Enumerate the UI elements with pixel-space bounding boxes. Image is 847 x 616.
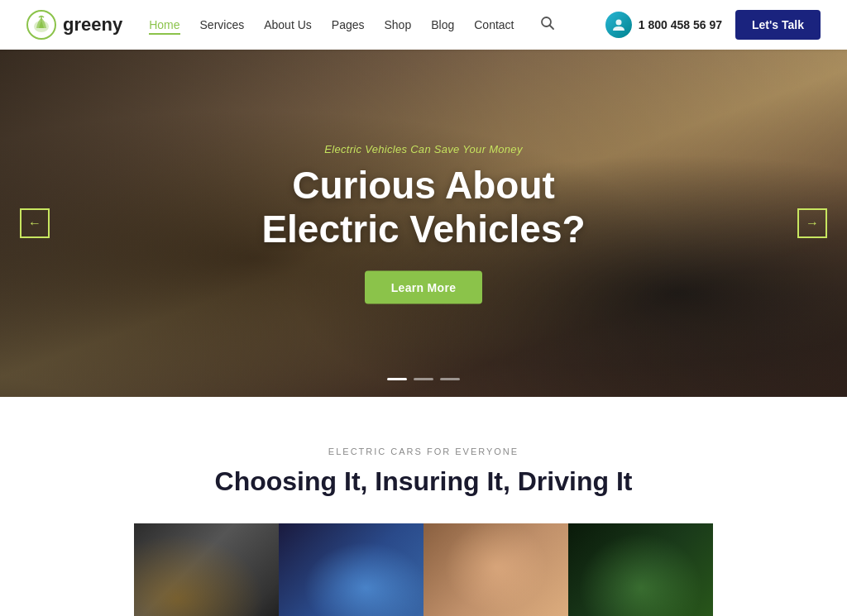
nav-item-home[interactable]: Home [149, 17, 179, 32]
hero-section: ← Electric Vehicles Can Save Your Money … [0, 50, 847, 397]
section-eyebrow: ELECTRIC CARS FOR EVERYONE [26, 446, 821, 456]
hero-eyebrow: Electric Vehicles Can Save Your Money [175, 143, 672, 155]
cards-row [26, 523, 821, 616]
hero-dot-3[interactable] [440, 378, 460, 380]
card-3[interactable] [424, 523, 568, 616]
lets-talk-button[interactable]: Let's Talk [735, 10, 821, 40]
nav-links: Home Services About Us Pages Shop Blog C… [149, 17, 514, 32]
navbar: greeny Home Services About Us Pages Shop… [0, 0, 847, 50]
nav-item-contact[interactable]: Contact [474, 17, 514, 32]
search-icon[interactable] [540, 16, 555, 34]
hero-dots [387, 378, 460, 380]
hero-learn-more-button[interactable]: Learn More [365, 270, 482, 303]
hero-dot-1[interactable] [387, 378, 407, 380]
cards-section: ELECTRIC CARS FOR EVERYONE Choosing It, … [0, 397, 847, 616]
hero-content: Electric Vehicles Can Save Your Money Cu… [175, 143, 672, 304]
section-title: Choosing It, Insuring It, Driving It [26, 466, 821, 497]
nav-item-pages[interactable]: Pages [332, 17, 365, 32]
card-4[interactable] [568, 523, 713, 616]
logo[interactable]: greeny [26, 10, 122, 40]
nav-item-blog[interactable]: Blog [431, 17, 454, 32]
navbar-right: 1 800 458 56 97 Let's Talk [605, 10, 821, 40]
card-3-image [424, 523, 568, 616]
nav-link-about[interactable]: About Us [264, 18, 312, 31]
nav-item-services[interactable]: Services [200, 17, 245, 32]
hero-dot-2[interactable] [414, 378, 433, 380]
hero-title: Curious AboutElectric Vehicles? [175, 164, 672, 251]
phone-number: 1 800 458 56 97 [639, 18, 722, 31]
nav-link-services[interactable]: Services [200, 18, 245, 31]
card-2[interactable] [279, 523, 424, 616]
svg-point-5 [615, 20, 621, 26]
logo-icon [26, 10, 56, 40]
card-1[interactable] [134, 523, 279, 616]
nav-link-shop[interactable]: Shop [385, 18, 412, 31]
nav-item-about[interactable]: About Us [264, 17, 312, 32]
card-1-image [134, 523, 279, 616]
navbar-left: greeny Home Services About Us Pages Shop… [26, 10, 555, 40]
nav-item-shop[interactable]: Shop [385, 17, 412, 32]
hero-arrow-right[interactable]: → [797, 208, 827, 238]
nav-link-home[interactable]: Home [149, 18, 179, 35]
phone-area: 1 800 458 56 97 [605, 12, 722, 38]
hero-arrow-left[interactable]: ← [20, 208, 50, 238]
card-4-image [568, 523, 713, 616]
nav-link-blog[interactable]: Blog [431, 18, 454, 31]
phone-avatar [605, 12, 632, 38]
logo-text: greeny [63, 14, 122, 36]
nav-link-pages[interactable]: Pages [332, 18, 365, 31]
nav-link-contact[interactable]: Contact [474, 18, 514, 31]
svg-line-4 [550, 26, 554, 30]
card-2-image [279, 523, 424, 616]
